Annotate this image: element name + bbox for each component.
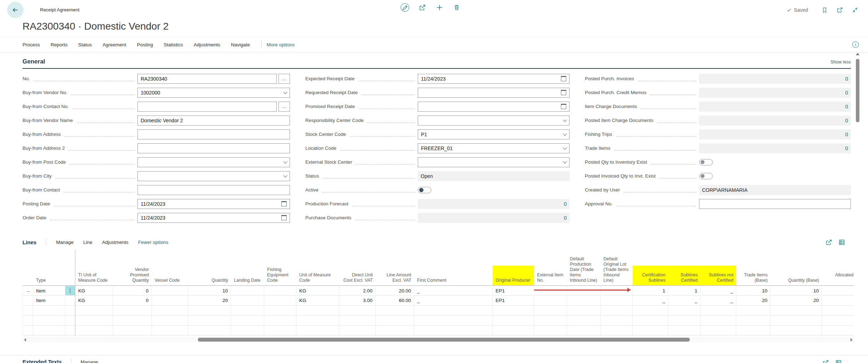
cell-sublines-certified[interactable] (668, 306, 701, 316)
extended-menu-manage[interactable]: Manage (81, 359, 98, 363)
chevron-down-icon[interactable] (563, 145, 567, 149)
vertical-scrollbar[interactable] (855, 53, 861, 363)
cell-vendor-promised-quantity[interactable]: 0 (113, 286, 152, 296)
cell-default-production-date[interactable] (567, 296, 601, 306)
row-selector-cell[interactable] (22, 306, 33, 316)
column-header-direct-unit-cost-excl-vat[interactable]: Direct Unit Cost Excl. VAT (339, 250, 376, 285)
chevron-down-icon[interactable] (563, 159, 567, 163)
cell-landing-date[interactable] (231, 286, 264, 296)
scroll-up-arrow-icon[interactable] (856, 53, 859, 55)
cell-unit-of-measure-code[interactable] (296, 326, 339, 336)
cell-type[interactable] (33, 326, 65, 336)
column-header-landing-date[interactable]: Landing Date (231, 250, 264, 285)
ribbon-tab-status[interactable]: Status (78, 42, 92, 47)
ribbon-tab-statistics[interactable]: Statistics (164, 42, 183, 47)
cell-unit-of-measure-code[interactable]: KG (296, 286, 339, 296)
cell-allocated-no-tis-base[interactable] (822, 316, 854, 326)
cell-allocated-no-tis-base[interactable] (822, 296, 854, 306)
ribbon-tab-reports[interactable]: Reports (51, 42, 67, 47)
active-row-indicator[interactable]: → (22, 286, 33, 296)
no-input[interactable]: RA2300340 (137, 74, 277, 84)
cell-trade-items-base[interactable] (736, 316, 771, 326)
chevron-down-icon[interactable] (563, 118, 567, 122)
cell-default-production-date[interactable] (567, 306, 601, 316)
info-icon[interactable]: i (852, 41, 859, 48)
collapse-button[interactable] (851, 6, 859, 14)
cell-type[interactable]: Item (33, 296, 65, 306)
row-selector-cell[interactable] (22, 296, 33, 306)
cell-certification-sublines[interactable] (633, 326, 668, 336)
posted-invoiced-qty-to-invt-exist-toggle[interactable] (699, 173, 713, 179)
chevron-down-icon[interactable] (283, 173, 287, 177)
cell-ti-unit-of-measure-code[interactable] (75, 316, 113, 326)
share-extended-button[interactable] (822, 359, 829, 363)
cell-row-menu[interactable] (65, 296, 75, 306)
cell-default-production-date[interactable] (567, 326, 601, 336)
cell-vessel-code[interactable] (152, 316, 189, 326)
cell-landing-date[interactable] (231, 316, 264, 326)
cell-trade-items-base[interactable]: 10 (736, 286, 771, 296)
expected-receipt-date-input[interactable]: 11/24/2023 (418, 74, 570, 84)
column-header-allocated-no-tis-base[interactable]: Allocated No. TIs (Base) (822, 250, 854, 285)
posted-purch-invoices-drilldown-value[interactable]: 0 (699, 74, 851, 84)
cell-row-menu[interactable] (65, 306, 75, 316)
buy-from-vendor-name-input[interactable]: Domestic Vendor 2 (137, 116, 290, 126)
column-header-unit-of-measure-code[interactable]: Unit of Measure Code (296, 250, 339, 285)
cell-row-menu[interactable] (65, 326, 75, 336)
cell-quantity[interactable] (189, 326, 231, 336)
cell-vendor-promised-quantity[interactable]: 0 (113, 296, 152, 306)
field-value[interactable]: 0 (845, 132, 848, 137)
lines-menu-line[interactable]: Line (83, 240, 92, 245)
vertical-scroll-thumb[interactable] (856, 59, 859, 122)
cell-line-amount-excl-vat[interactable]: 20.00 (376, 286, 414, 296)
column-header-trade-items-base[interactable]: Trade Items (Base) (736, 250, 771, 285)
cell-default-original-lot[interactable] (601, 296, 633, 306)
column-header-quantity-base[interactable]: Quantity (Base) (771, 250, 822, 285)
column-header-sublines-certified[interactable]: Sublines Certified (668, 250, 701, 285)
cell-original-producer[interactable]: EP1 (493, 286, 534, 296)
cell-sublines-certified[interactable] (668, 316, 701, 326)
cell-quantity-base[interactable]: 20 (771, 296, 822, 306)
cell-quantity[interactable]: 10 (189, 286, 231, 296)
cell-direct-unit-cost-excl-vat[interactable]: 3.00 (339, 296, 376, 306)
posted-item-charge-documents-drilldown-value[interactable]: 0 (699, 116, 851, 126)
selected-cell-indicator[interactable]: ⋮ (65, 286, 75, 296)
cell-sublines-not-certified[interactable]: _ (701, 296, 736, 306)
cell-default-original-lot[interactable] (601, 326, 633, 336)
cell-ti-unit-of-measure-code[interactable]: KG (75, 296, 113, 306)
fewer-options-button[interactable]: Fewer options (138, 240, 169, 245)
cell-default-original-lot[interactable] (601, 316, 633, 326)
ribbon-tab-process[interactable]: Process (22, 42, 40, 47)
share-button[interactable] (418, 4, 426, 11)
cell-quantity-base[interactable]: 10 (771, 286, 822, 296)
cell-line-amount-excl-vat[interactable] (376, 326, 414, 336)
trade-items-drilldown-value[interactable]: 0 (699, 143, 851, 153)
buy-from-address-2-input[interactable] (137, 143, 290, 153)
purchase-documents-drilldown-value[interactable]: 0 (418, 213, 570, 223)
cell-allocated-no-tis-base[interactable] (822, 286, 854, 296)
column-header-fishing-equipment-code[interactable]: Fishing Equipment Code (264, 250, 296, 285)
cell-vendor-promised-quantity[interactable] (113, 326, 152, 336)
column-header-type[interactable]: Type (33, 250, 65, 285)
row-selector-cell[interactable] (22, 326, 33, 336)
field-value[interactable]: 0 (845, 104, 848, 109)
cell-line-amount-excl-vat[interactable] (376, 316, 414, 326)
cell-first-comment[interactable] (414, 316, 493, 326)
cell-external-item-no[interactable] (534, 306, 567, 316)
column-header-row-selector[interactable] (22, 250, 33, 285)
cell-landing-date[interactable] (231, 306, 264, 316)
active-toggle[interactable] (418, 187, 431, 193)
cell-default-production-date[interactable] (567, 286, 601, 296)
cell-original-producer[interactable] (493, 326, 534, 336)
cell-first-comment[interactable] (414, 306, 493, 316)
approval-no-input[interactable] (699, 199, 851, 209)
cell-fishing-equipment-code[interactable] (264, 296, 296, 306)
cell-trade-items-base[interactable] (736, 306, 771, 316)
cell-ti-unit-of-measure-code[interactable] (75, 326, 113, 336)
cell-sublines-certified[interactable]: 1 (668, 286, 701, 296)
cell-fishing-equipment-code[interactable] (264, 306, 296, 316)
cell-allocated-no-tis-base[interactable] (822, 306, 854, 316)
cell-sublines-certified[interactable]: _ (668, 296, 701, 306)
cell-vessel-code[interactable] (152, 306, 189, 316)
cell-type[interactable] (33, 306, 65, 316)
